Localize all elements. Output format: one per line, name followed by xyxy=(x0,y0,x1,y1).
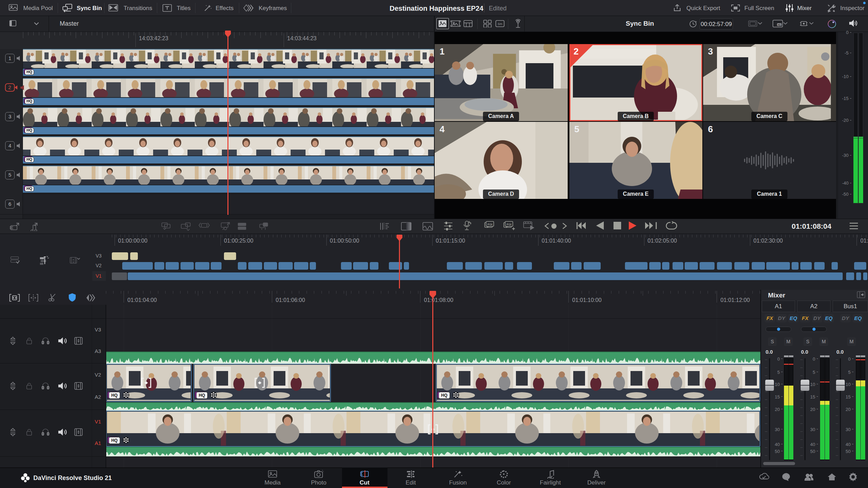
svg-text:HQ: HQ xyxy=(778,24,781,26)
svg-text:POI: POI xyxy=(507,223,511,226)
svg-text:Sm: Sm xyxy=(498,22,502,26)
svg-text:POI: POI xyxy=(487,223,492,226)
